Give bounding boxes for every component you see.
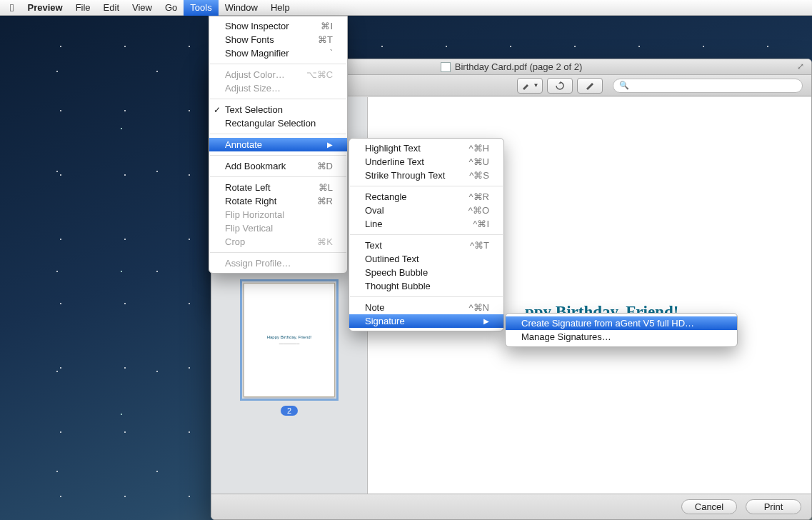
menu-item-annotate[interactable]: Annotate ▶ (209, 138, 347, 151)
rotate-tool-button[interactable] (547, 78, 573, 94)
cancel-button[interactable]: Cancel (681, 499, 737, 514)
print-button[interactable]: Print (746, 499, 801, 514)
menu-item-signature[interactable]: Signature ▶ (349, 314, 503, 328)
search-field[interactable]: 🔍 (613, 79, 803, 93)
menu-item-show-fonts[interactable]: Show Fonts ⌘T (209, 33, 347, 46)
document-icon (441, 62, 451, 72)
menu-item-speech-bubble[interactable]: Speech Bubble (349, 266, 503, 279)
menu-item-show-magnifier[interactable]: Show Magnifier ` (209, 46, 347, 60)
menu-item-add-bookmark[interactable]: Add Bookmark ⌘D (209, 159, 347, 173)
menubar-item-edit[interactable]: Edit (97, 0, 126, 16)
menu-item-create-signature[interactable]: Create Signature from aGent V5 full HD… (506, 316, 737, 330)
menu-item-outlined-text[interactable]: Outlined Text (349, 252, 503, 266)
menubar-item-tools[interactable]: Tools (184, 0, 218, 16)
menu-item-line[interactable]: Line ^⌘I (349, 217, 503, 231)
check-icon: ✓ (214, 105, 221, 115)
menu-item-adjust-color: Adjust Color… ⌥⌘C (209, 68, 347, 81)
dropdown-caret-icon: ▼ (533, 82, 539, 89)
menubar-item-go[interactable]: Go (159, 0, 184, 16)
menubar:  Preview File Edit View Go Tools Window… (0, 0, 812, 16)
menu-item-rotate-left[interactable]: Rotate Left ⌘L (209, 181, 347, 194)
menubar-item-view[interactable]: View (126, 0, 159, 16)
menu-item-rectangle[interactable]: Rectangle ^⌘R (349, 190, 503, 204)
menu-item-rectangular-selection[interactable]: Rectangular Selection (209, 116, 347, 130)
menubar-item-file[interactable]: File (69, 0, 97, 16)
menu-item-strike-through-text[interactable]: Strike Through Text ^⌘S (349, 169, 503, 182)
expand-icon[interactable]: ⤢ (797, 61, 807, 71)
menubar-item-window[interactable]: Window (219, 0, 264, 16)
menu-item-text[interactable]: Text ^⌘T (349, 239, 503, 252)
menu-item-highlight-text[interactable]: Highlight Text ^⌘H (349, 141, 503, 155)
menubar-app[interactable]: Preview (21, 0, 69, 16)
menu-item-manage-signatures[interactable]: Manage Signatures… (506, 330, 737, 344)
menu-item-rotate-right[interactable]: Rotate Right ⌘R (209, 194, 347, 208)
annotate-submenu: Highlight Text ^⌘H Underline Text ^⌘U St… (349, 138, 504, 331)
menu-item-crop: Crop ⌘K (209, 235, 347, 249)
menu-item-oval[interactable]: Oval ^⌘O (349, 204, 503, 217)
submenu-arrow-icon: ▶ (327, 141, 333, 149)
thumbnail-subline: ──────── (279, 341, 299, 346)
window-footer: Cancel Print (211, 494, 811, 519)
menu-item-assign-profile: Assign Profile… (209, 256, 347, 270)
window-title: Birthday Card.pdf (page 2 of 2) (455, 61, 583, 72)
page-number-badge: 2 (281, 406, 298, 416)
menu-item-thought-bubble[interactable]: Thought Bubble (349, 279, 503, 293)
menu-item-note[interactable]: Note ^⌘N (349, 301, 503, 314)
menu-item-underline-text[interactable]: Underline Text ^⌘U (349, 155, 503, 169)
menubar-item-help[interactable]: Help (264, 0, 296, 16)
menu-item-text-selection[interactable]: ✓ Text Selection (209, 103, 347, 116)
highlight-tool-button[interactable]: ▼ (517, 78, 543, 94)
tools-menu: Show Inspector ⌘I Show Fonts ⌘T Show Mag… (209, 16, 348, 274)
menu-item-adjust-size: Adjust Size… (209, 81, 347, 95)
apple-menu-icon[interactable]:  (10, 1, 21, 14)
search-icon: 🔍 (619, 81, 629, 90)
menu-item-show-inspector[interactable]: Show Inspector ⌘I (209, 19, 347, 33)
page-thumbnail[interactable]: Happy Birthday, Friend! ──────── (244, 283, 335, 397)
thumbnail-headline: Happy Birthday, Friend! (267, 335, 312, 339)
menu-item-flip-horizontal: Flip Horizontal (209, 208, 347, 221)
signature-submenu: Create Signature from aGent V5 full HD… … (505, 313, 738, 347)
submenu-arrow-icon: ▶ (483, 317, 489, 325)
menu-item-flip-vertical: Flip Vertical (209, 221, 347, 235)
edit-tool-button[interactable] (577, 78, 603, 94)
